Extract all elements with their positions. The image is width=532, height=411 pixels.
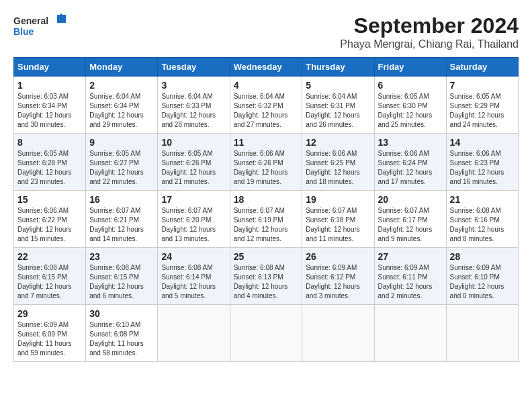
- table-row: 16Sunrise: 6:07 AM Sunset: 6:21 PM Dayli…: [86, 191, 158, 248]
- table-row: 7Sunrise: 6:05 AM Sunset: 6:29 PM Daylig…: [446, 77, 518, 134]
- table-row: [230, 305, 302, 362]
- table-row: 9Sunrise: 6:05 AM Sunset: 6:27 PM Daylig…: [86, 134, 158, 191]
- col-friday: Friday: [374, 58, 446, 77]
- table-row: 19Sunrise: 6:07 AM Sunset: 6:18 PM Dayli…: [302, 191, 374, 248]
- table-row: 2Sunrise: 6:04 AM Sunset: 6:34 PM Daylig…: [86, 77, 158, 134]
- col-tuesday: Tuesday: [158, 58, 230, 77]
- table-row: 24Sunrise: 6:08 AM Sunset: 6:14 PM Dayli…: [158, 248, 230, 305]
- col-monday: Monday: [86, 58, 158, 77]
- title-block: September 2024 Phaya Mengrai, Chiang Rai…: [340, 13, 519, 50]
- col-thursday: Thursday: [302, 58, 374, 77]
- table-row: [302, 305, 374, 362]
- page-title: September 2024: [340, 13, 519, 38]
- col-wednesday: Wednesday: [230, 58, 302, 77]
- table-row: 20Sunrise: 6:07 AM Sunset: 6:17 PM Dayli…: [374, 191, 446, 248]
- table-row: 25Sunrise: 6:08 AM Sunset: 6:13 PM Dayli…: [230, 248, 302, 305]
- table-row: 3Sunrise: 6:04 AM Sunset: 6:33 PM Daylig…: [158, 77, 230, 134]
- table-row: 14Sunrise: 6:06 AM Sunset: 6:23 PM Dayli…: [446, 134, 518, 191]
- table-row: 29Sunrise: 6:09 AM Sunset: 6:09 PM Dayli…: [14, 305, 86, 362]
- table-row: 6Sunrise: 6:05 AM Sunset: 6:30 PM Daylig…: [374, 77, 446, 134]
- page-header: General Blue September 2024 Phaya Mengra…: [13, 13, 519, 50]
- table-row: 4Sunrise: 6:04 AM Sunset: 6:32 PM Daylig…: [230, 77, 302, 134]
- col-sunday: Sunday: [14, 58, 86, 77]
- table-row: 21Sunrise: 6:08 AM Sunset: 6:16 PM Dayli…: [446, 191, 518, 248]
- table-row: 1Sunrise: 6:03 AM Sunset: 6:34 PM Daylig…: [14, 77, 86, 134]
- table-row: 11Sunrise: 6:06 AM Sunset: 6:26 PM Dayli…: [230, 134, 302, 191]
- page-subtitle: Phaya Mengrai, Chiang Rai, Thailand: [340, 38, 519, 50]
- calendar-header-row: Sunday Monday Tuesday Wednesday Thursday…: [14, 58, 519, 77]
- table-row: 26Sunrise: 6:09 AM Sunset: 6:12 PM Dayli…: [302, 248, 374, 305]
- table-row: 15Sunrise: 6:06 AM Sunset: 6:22 PM Dayli…: [14, 191, 86, 248]
- table-row: 28Sunrise: 6:09 AM Sunset: 6:10 PM Dayli…: [446, 248, 518, 305]
- table-row: 27Sunrise: 6:09 AM Sunset: 6:11 PM Dayli…: [374, 248, 446, 305]
- table-row: [446, 305, 518, 362]
- table-row: 10Sunrise: 6:05 AM Sunset: 6:26 PM Dayli…: [158, 134, 230, 191]
- table-row: 8Sunrise: 6:05 AM Sunset: 6:28 PM Daylig…: [14, 134, 86, 191]
- table-row: 23Sunrise: 6:08 AM Sunset: 6:15 PM Dayli…: [86, 248, 158, 305]
- calendar-table: Sunday Monday Tuesday Wednesday Thursday…: [13, 57, 519, 362]
- table-row: 18Sunrise: 6:07 AM Sunset: 6:19 PM Dayli…: [230, 191, 302, 248]
- table-row: [158, 305, 230, 362]
- logo-svg: General Blue: [13, 13, 67, 40]
- table-row: 13Sunrise: 6:06 AM Sunset: 6:24 PM Dayli…: [374, 134, 446, 191]
- logo: General Blue: [13, 13, 67, 40]
- table-row: 5Sunrise: 6:04 AM Sunset: 6:31 PM Daylig…: [302, 77, 374, 134]
- svg-text:Blue: Blue: [13, 26, 34, 37]
- svg-text:General: General: [13, 15, 48, 26]
- table-row: 30Sunrise: 6:10 AM Sunset: 6:08 PM Dayli…: [86, 305, 158, 362]
- col-saturday: Saturday: [446, 58, 518, 77]
- table-row: 12Sunrise: 6:06 AM Sunset: 6:25 PM Dayli…: [302, 134, 374, 191]
- table-row: [374, 305, 446, 362]
- table-row: 22Sunrise: 6:08 AM Sunset: 6:15 PM Dayli…: [14, 248, 86, 305]
- table-row: 17Sunrise: 6:07 AM Sunset: 6:20 PM Dayli…: [158, 191, 230, 248]
